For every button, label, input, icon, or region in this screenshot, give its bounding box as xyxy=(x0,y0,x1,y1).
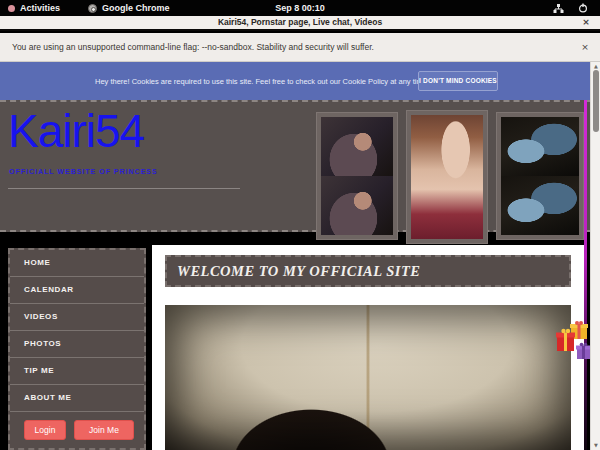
desktop: Activities Google Chrome Sep 8 00:10 Kai… xyxy=(0,0,600,450)
chrome-infobar: You are using an unsupported command-lin… xyxy=(0,33,600,62)
thumbnail-photo xyxy=(501,176,579,235)
scrollbar-thumb[interactable] xyxy=(593,70,599,132)
scrollbar[interactable]: ▲ ▼ xyxy=(590,62,600,450)
infobar-close-icon[interactable]: × xyxy=(580,42,590,52)
power-menu[interactable] xyxy=(578,0,588,16)
power-icon xyxy=(578,3,588,13)
hero-photo[interactable] xyxy=(165,305,571,450)
tab-close-icon[interactable]: × xyxy=(581,17,591,27)
site-header: Kairi54 OFFICIALL WEBSITE OF PRINCESS xyxy=(0,100,590,232)
sidebar-nav: HOME CALENDAR VIDEOS PHOTOS TIP ME ABOUT… xyxy=(8,248,146,450)
sidebar-item-photos[interactable]: PHOTOS xyxy=(10,331,144,358)
site-title[interactable]: Kairi54 xyxy=(8,104,144,158)
browser-tab-bar: Kairi54, Pornstar page, Live chat, Video… xyxy=(0,16,600,31)
gift-icon xyxy=(555,320,595,368)
header-divider xyxy=(8,188,240,189)
clock[interactable]: Sep 8 00:10 xyxy=(0,0,600,16)
infobar-message: You are using an unsupported command-lin… xyxy=(12,42,374,52)
sidebar-item-about-me[interactable]: ABOUT ME xyxy=(10,385,144,412)
thumbnail-photo xyxy=(411,115,483,239)
sidebar-item-calendar[interactable]: CALENDAR xyxy=(10,277,144,304)
accent-line xyxy=(584,100,587,450)
thumbnail-photo xyxy=(501,117,579,176)
scroll-up-icon[interactable]: ▲ xyxy=(591,63,600,69)
gift-widget[interactable] xyxy=(555,320,595,368)
welcome-heading: WELCOME TO MY OFFICIAL SITE xyxy=(165,255,571,287)
photo-thumbnail-1[interactable] xyxy=(316,112,398,240)
join-button[interactable]: Join Me xyxy=(74,420,134,440)
network-indicator[interactable] xyxy=(553,0,564,16)
main-panel: WELCOME TO MY OFFICIAL SITE xyxy=(152,245,584,450)
site-content: Kairi54 OFFICIALL WEBSITE OF PRINCESS HO… xyxy=(0,100,590,450)
auth-buttons: Login Join Me xyxy=(10,420,148,440)
thumbnail-photo xyxy=(321,176,393,235)
photo-thumbnail-2[interactable] xyxy=(406,110,488,244)
login-button[interactable]: Login xyxy=(24,420,66,440)
sidebar-item-videos[interactable]: VIDEOS xyxy=(10,304,144,331)
cookie-message: Hey there! Cookies are required to use t… xyxy=(95,77,429,86)
sidebar-item-tip-me[interactable]: TIP ME xyxy=(10,358,144,385)
scroll-down-icon[interactable]: ▼ xyxy=(591,442,600,448)
thumbnail-photo xyxy=(321,117,393,176)
network-icon xyxy=(553,3,564,14)
photo-thumbnail-3[interactable] xyxy=(496,112,584,240)
gnome-top-bar: Activities Google Chrome Sep 8 00:10 xyxy=(0,0,600,16)
site-tagline: OFFICIALL WEBSITE OF PRINCESS xyxy=(9,168,158,175)
cookie-banner: Hey there! Cookies are required to use t… xyxy=(0,62,590,100)
tab-title[interactable]: Kairi54, Pornstar page, Live chat, Video… xyxy=(0,17,600,27)
sidebar-item-home[interactable]: HOME xyxy=(10,250,144,277)
cookie-accept-button[interactable]: I DON'T MIND COOKIES xyxy=(418,71,498,91)
